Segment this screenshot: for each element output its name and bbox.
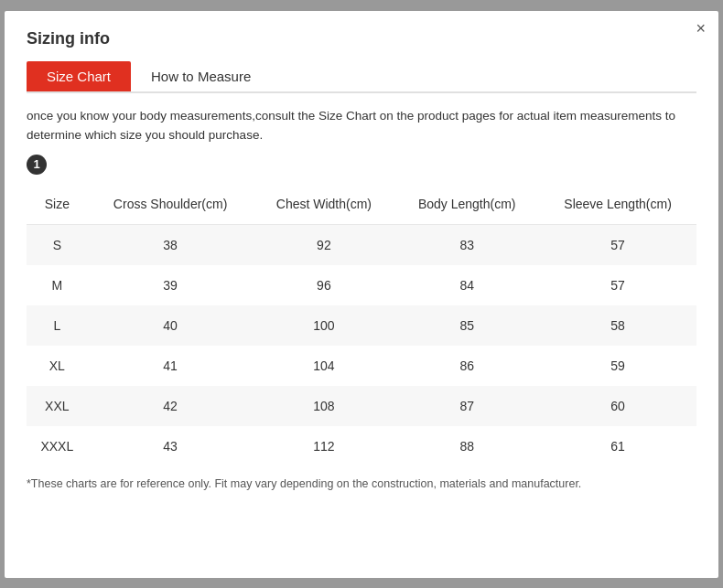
table-row: XXL421088760: [27, 386, 696, 426]
table-row: XL411048659: [27, 346, 696, 386]
table-row: XXXL431128861: [27, 426, 696, 466]
col-header-size: Size: [27, 184, 88, 225]
table-cell: 92: [254, 224, 395, 265]
step-indicator: 1: [27, 155, 47, 175]
table-cell: 87: [394, 386, 539, 426]
table-cell: 86: [394, 346, 539, 386]
table-row: M39968457: [27, 265, 696, 305]
size-chart-table: Size Cross Shoulder(cm) Chest Width(cm) …: [27, 184, 696, 466]
table-cell: 108: [254, 386, 395, 426]
table-cell: XXL: [27, 386, 88, 426]
table-cell: 43: [88, 426, 254, 466]
tab-size-chart[interactable]: Size Chart: [27, 61, 131, 91]
table-cell: 104: [254, 346, 395, 386]
table-cell: 57: [539, 224, 696, 265]
table-cell: 100: [254, 305, 395, 346]
table-cell: L: [27, 305, 88, 346]
table-cell: XXXL: [27, 426, 88, 466]
col-header-chest-width: Chest Width(cm): [254, 184, 395, 225]
table-cell: 58: [539, 305, 696, 346]
table-cell: 42: [88, 386, 254, 426]
table-row: L401008558: [27, 305, 696, 346]
col-header-cross-shoulder: Cross Shoulder(cm): [88, 184, 254, 225]
table-cell: 41: [88, 346, 254, 386]
table-cell: 40: [88, 305, 254, 346]
close-button[interactable]: ×: [696, 20, 706, 37]
table-cell: XL: [27, 346, 88, 386]
table-cell: 60: [539, 386, 696, 426]
col-header-body-length: Body Length(cm): [394, 184, 539, 225]
table-cell: 88: [394, 426, 539, 466]
table-cell: 57: [539, 265, 696, 305]
table-header-row: Size Cross Shoulder(cm) Chest Width(cm) …: [27, 184, 696, 225]
table-cell: 85: [394, 305, 539, 346]
table-cell: 96: [254, 265, 395, 305]
table-cell: 112: [254, 426, 395, 466]
table-row: S38928357: [27, 224, 696, 265]
tab-how-to-measure[interactable]: How to Measure: [131, 61, 271, 91]
modal-title: Sizing info: [27, 29, 696, 48]
table-cell: 84: [394, 265, 539, 305]
table-cell: 39: [88, 265, 254, 305]
description-text: once you know your body measurements,con…: [27, 106, 696, 145]
table-cell: S: [27, 224, 88, 265]
table-cell: 59: [539, 346, 696, 386]
disclaimer-text: *These charts are for reference only. Fi…: [27, 477, 696, 490]
table-cell: M: [27, 265, 88, 305]
sizing-info-modal: × Sizing info Size Chart How to Measure …: [5, 11, 718, 578]
table-cell: 38: [88, 224, 254, 265]
col-header-sleeve-length: Sleeve Length(cm): [539, 184, 696, 225]
table-cell: 61: [539, 426, 696, 466]
tab-bar: Size Chart How to Measure: [27, 61, 696, 93]
table-cell: 83: [394, 224, 539, 265]
